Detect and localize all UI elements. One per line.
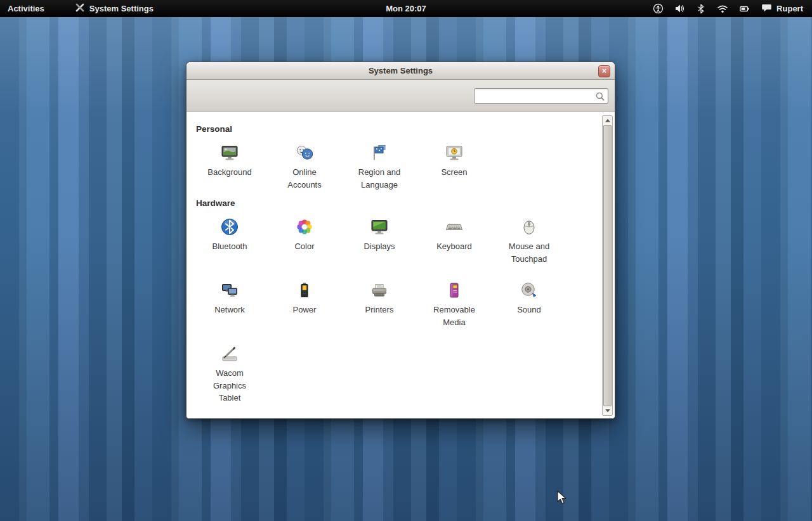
app-menu-label: System Settings (89, 4, 154, 13)
settings-item-color[interactable]: Color (267, 213, 342, 265)
chat-icon (761, 3, 772, 15)
settings-item-online-accounts[interactable]: Online Accounts (267, 139, 342, 191)
removable-media-icon (444, 280, 464, 300)
personal-grid: Background Online Accounts (187, 139, 615, 191)
settings-item-bluetooth[interactable]: Bluetooth (192, 213, 267, 265)
scroll-down-button[interactable] (603, 406, 612, 415)
displays-icon (369, 217, 390, 237)
battery-icon[interactable] (739, 4, 750, 14)
search-input[interactable] (475, 89, 608, 103)
settings-item-label: Keyboard (436, 240, 472, 253)
settings-item-label: Network (214, 304, 245, 316)
volume-icon[interactable] (674, 3, 685, 14)
settings-item-mouse-touchpad[interactable]: Mouse and Touchpad (492, 213, 566, 265)
username-label: Rupert (776, 4, 803, 13)
close-button[interactable]: × (598, 65, 610, 77)
app-icon (75, 3, 85, 15)
settings-item-region-language[interactable]: Region and Language (342, 139, 417, 191)
settings-item-label: Online Accounts (277, 166, 332, 191)
color-icon (294, 217, 315, 237)
settings-item-label: Region and Language (351, 166, 407, 191)
content-area: Personal Background (187, 112, 615, 418)
wacom-tablet-icon (219, 344, 240, 364)
settings-item-label: Power (293, 304, 317, 316)
settings-item-screen[interactable]: Screen (417, 139, 492, 191)
user-menu[interactable]: Rupert (761, 3, 803, 15)
settings-item-label: Displays (363, 240, 395, 253)
settings-item-label: Mouse and Touchpad (501, 240, 557, 265)
scroll-up-button[interactable] (603, 116, 612, 125)
settings-item-network[interactable]: Network (192, 276, 267, 328)
activities-label: Activities (8, 4, 44, 13)
toolbar (187, 80, 615, 112)
printers-icon (369, 280, 390, 300)
activities-button[interactable]: Activities (0, 0, 52, 17)
wifi-icon[interactable] (717, 4, 728, 14)
mouse-icon (519, 217, 539, 237)
settings-item-keyboard[interactable]: Keyboard (417, 213, 492, 265)
settings-item-label: Removable Media (426, 304, 482, 328)
titlebar[interactable]: System Settings × (187, 62, 615, 80)
section-title-personal: Personal (196, 124, 615, 134)
scrollbar-track[interactable] (603, 125, 612, 406)
settings-item-background[interactable]: Background (192, 139, 267, 191)
bluetooth-icon (219, 217, 240, 237)
settings-item-power[interactable]: Power (267, 276, 342, 328)
settings-item-displays[interactable]: Displays (342, 213, 417, 265)
settings-item-sound[interactable]: Sound (492, 276, 566, 328)
screen-icon (444, 143, 464, 163)
search-box (474, 88, 608, 104)
settings-item-label: Printers (365, 304, 394, 316)
topbar: Activities System Settings Mon 20:07 (0, 0, 812, 17)
bluetooth-status-icon[interactable] (696, 4, 706, 14)
section-title-hardware: Hardware (196, 198, 615, 208)
online-accounts-icon (294, 143, 315, 163)
app-menu[interactable]: System Settings (75, 0, 154, 17)
keyboard-icon (444, 217, 464, 237)
scrollbar[interactable] (602, 115, 613, 416)
background-icon (219, 143, 240, 163)
settings-item-label: Wacom Graphics Tablet (202, 367, 258, 404)
settings-item-label: Bluetooth (213, 240, 247, 253)
topbar-status-area: Rupert (653, 0, 812, 17)
accessibility-icon[interactable] (653, 3, 664, 14)
region-language-icon (369, 143, 390, 163)
settings-item-label: Sound (517, 304, 541, 316)
window-title: System Settings (369, 66, 433, 75)
scrollbar-thumb[interactable] (603, 125, 612, 406)
settings-item-wacom[interactable]: Wacom Graphics Tablet (192, 340, 267, 404)
power-icon (294, 280, 315, 300)
hardware-grid: Bluetooth Color (187, 213, 615, 404)
settings-item-removable-media[interactable]: Removable Media (417, 276, 492, 328)
sound-icon (519, 280, 539, 300)
settings-item-printers[interactable]: Printers (342, 276, 417, 328)
settings-item-label: Background (207, 166, 251, 179)
settings-item-label: Color (294, 240, 314, 253)
settings-window: System Settings × Personal (186, 61, 615, 419)
network-icon (219, 280, 240, 300)
settings-item-label: Screen (441, 166, 467, 179)
